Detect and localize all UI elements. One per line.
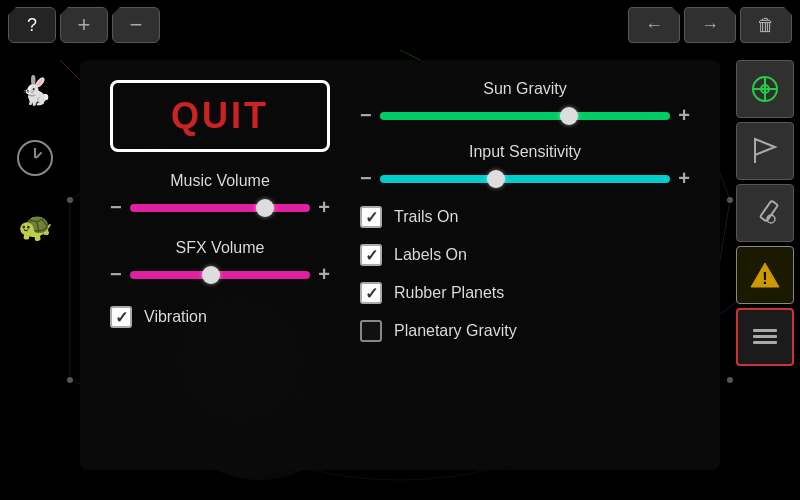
remove-button[interactable]: − [112, 7, 160, 43]
vibration-checkbox[interactable] [110, 306, 132, 328]
music-volume-plus[interactable]: + [318, 196, 330, 219]
labels-on-row: Labels On [360, 244, 690, 266]
music-volume-track[interactable] [130, 204, 311, 212]
svg-rect-24 [753, 329, 777, 332]
rubber-planets-label: Rubber Planets [394, 284, 504, 302]
sfx-volume-track[interactable] [130, 271, 311, 279]
planetary-gravity-row: Planetary Gravity [360, 320, 690, 342]
bottom-animal-icon[interactable]: 🐢 [15, 206, 55, 246]
pencil-button[interactable] [736, 184, 794, 242]
left-sidebar: 🐇 🐢 [0, 50, 70, 500]
sun-gravity-label: Sun Gravity [360, 80, 690, 98]
labels-on-label: Labels On [394, 246, 467, 264]
rubber-planets-row: Rubber Planets [360, 282, 690, 304]
vibration-label: Vibration [144, 308, 207, 326]
trails-on-row: Trails On [360, 206, 690, 228]
labels-on-checkbox[interactable] [360, 244, 382, 266]
sun-gravity-thumb[interactable] [560, 107, 578, 125]
input-sensitivity-label: Input Sensitivity [360, 143, 690, 161]
add-orbit-icon [749, 73, 781, 105]
clock-icon[interactable] [17, 140, 53, 176]
sfx-volume-label: SFX Volume [110, 239, 330, 257]
forward-button[interactable]: → [684, 7, 736, 43]
sun-gravity-group: Sun Gravity − + [360, 80, 690, 127]
right-sidebar: ! [730, 50, 800, 500]
vibration-row: Vibration [110, 306, 330, 328]
trails-on-checkbox[interactable] [360, 206, 382, 228]
sfx-volume-plus[interactable]: + [318, 263, 330, 286]
settings-right-column: Sun Gravity − + Input Sensitivity − + [360, 80, 690, 450]
sfx-volume-slider-row: − + [110, 263, 330, 286]
sun-gravity-minus[interactable]: − [360, 104, 372, 127]
input-sensitivity-thumb[interactable] [487, 170, 505, 188]
music-volume-group: Music Volume − + [110, 172, 330, 219]
planetary-gravity-checkbox[interactable] [360, 320, 382, 342]
quit-button[interactable]: QUIT [110, 80, 330, 152]
list-icon [749, 321, 781, 353]
svg-marker-18 [755, 139, 775, 155]
help-button[interactable]: ? [8, 7, 56, 43]
warning-icon: ! [749, 259, 781, 291]
sfx-volume-thumb[interactable] [202, 266, 220, 284]
trash-button[interactable]: 🗑 [740, 7, 792, 43]
music-volume-minus[interactable]: − [110, 196, 122, 219]
input-sensitivity-group: Input Sensitivity − + [360, 143, 690, 190]
input-sensitivity-minus[interactable]: − [360, 167, 372, 190]
warning-button[interactable]: ! [736, 246, 794, 304]
svg-rect-26 [753, 341, 777, 344]
sfx-volume-group: SFX Volume − + [110, 239, 330, 286]
music-volume-slider-row: − + [110, 196, 330, 219]
flag-button[interactable] [736, 122, 794, 180]
add-orbit-button[interactable] [736, 60, 794, 118]
input-sensitivity-slider-row: − + [360, 167, 690, 190]
trails-on-label: Trails On [394, 208, 458, 226]
input-sensitivity-track[interactable] [380, 175, 671, 183]
music-volume-label: Music Volume [110, 172, 330, 190]
top-toolbar: ? + − ← → 🗑 [0, 0, 800, 50]
planetary-gravity-label: Planetary Gravity [394, 322, 517, 340]
music-volume-thumb[interactable] [256, 199, 274, 217]
input-sensitivity-plus[interactable]: + [678, 167, 690, 190]
rubber-planets-checkbox[interactable] [360, 282, 382, 304]
list-button[interactable] [736, 308, 794, 366]
settings-panel: QUIT Music Volume − + SFX Volume − + [80, 60, 720, 470]
pencil-icon [749, 197, 781, 229]
add-button[interactable]: + [60, 7, 108, 43]
back-button[interactable]: ← [628, 7, 680, 43]
sfx-volume-minus[interactable]: − [110, 263, 122, 286]
sun-gravity-plus[interactable]: + [678, 104, 690, 127]
svg-text:!: ! [762, 270, 767, 287]
sun-gravity-track[interactable] [380, 112, 671, 120]
settings-left-column: QUIT Music Volume − + SFX Volume − + [110, 80, 330, 450]
sun-gravity-slider-row: − + [360, 104, 690, 127]
svg-rect-25 [753, 335, 777, 338]
top-animal-icon[interactable]: 🐇 [15, 70, 55, 110]
flag-icon [749, 135, 781, 167]
